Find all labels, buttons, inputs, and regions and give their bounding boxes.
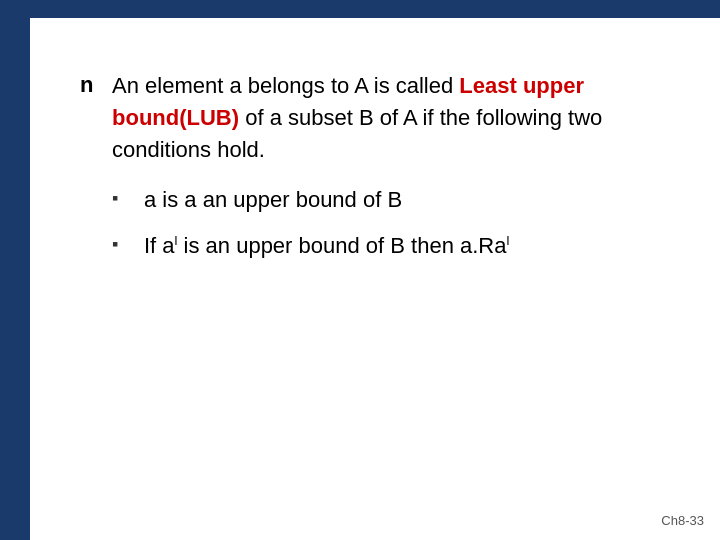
square-bullet-2: ▪ [112,234,132,255]
blue-bar-top [0,0,720,18]
sub-bullets: ▪ a is a an upper bound of B ▪ If al is … [112,184,670,262]
main-bullet: n An element a belongs to A is called Le… [80,70,670,166]
bullet-n-symbol: n [80,72,100,98]
sub-bullet-1: ▪ a is a an upper bound of B [112,184,670,216]
slide-number: Ch8-33 [661,513,704,528]
blue-bar-left [0,0,30,540]
superscript-2: l [506,232,509,247]
slide-container: n An element a belongs to A is called Le… [0,0,720,540]
main-text-part1: An element a belongs to A is called [112,73,459,98]
square-bullet-1: ▪ [112,188,132,209]
sub-text-2-after-sup: is an upper bound of B then a.Ra [177,233,506,258]
slide-content: n An element a belongs to A is called Le… [80,70,670,500]
main-bullet-text: An element a belongs to A is called Leas… [112,70,670,166]
sub-text-2: If al is an upper bound of B then a.Ral [144,230,509,262]
sub-text-2-before-sup: If a [144,233,175,258]
sub-text-1: a is a an upper bound of B [144,184,402,216]
sub-bullet-2: ▪ If al is an upper bound of B then a.Ra… [112,230,670,262]
